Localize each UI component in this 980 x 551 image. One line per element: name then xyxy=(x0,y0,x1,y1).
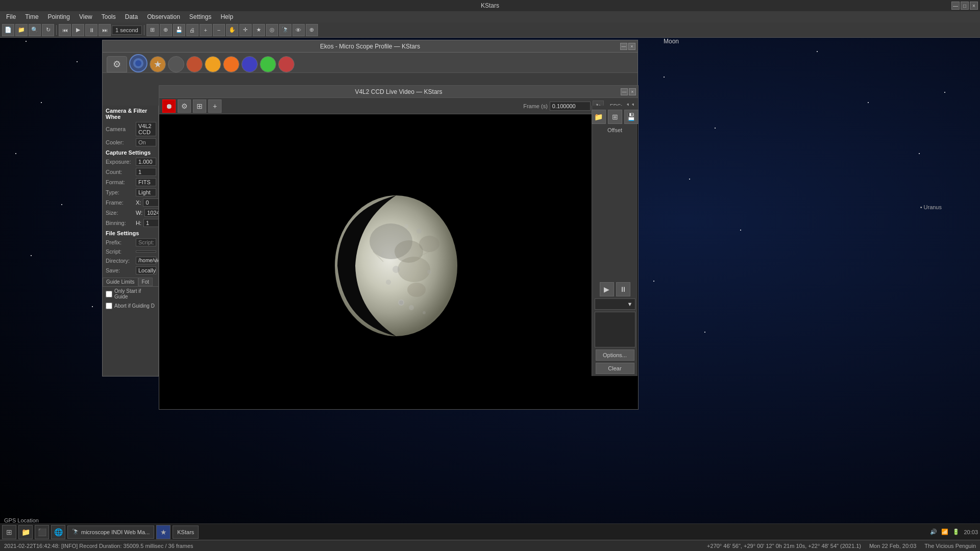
menu-settings[interactable]: Settings xyxy=(185,12,215,21)
cooler-value[interactable]: On xyxy=(136,138,156,146)
lv-add-btn[interactable]: + xyxy=(208,99,222,113)
frame-x-value[interactable]: 0 xyxy=(143,198,159,207)
format-value[interactable]: FITS xyxy=(136,178,156,186)
system-tray-time: 20:03 xyxy=(964,529,978,535)
abort-guiding-checkbox[interactable] xyxy=(106,303,112,309)
right-grid-btn[interactable]: ⊞ xyxy=(608,110,622,124)
taskbar-terminal-btn[interactable]: ⬛ xyxy=(35,525,49,539)
ekos-tab-camera[interactable] xyxy=(129,54,148,72)
toolbar-time-fwd-btn[interactable]: ⏭ xyxy=(99,24,111,36)
ekos-tab-4[interactable] xyxy=(168,56,184,72)
toolbar-play-btn[interactable]: ▶ xyxy=(72,24,84,36)
frame-label: Frame: xyxy=(106,199,134,206)
toolbar-grid-btn[interactable]: ⊞ xyxy=(146,24,159,36)
close-button[interactable]: × xyxy=(970,2,978,10)
toolbar-pause-btn[interactable]: ⏸ xyxy=(85,24,97,36)
toolbar-zoom-in-btn[interactable]: + xyxy=(200,24,212,36)
star xyxy=(944,92,945,93)
subtab-guide-limits[interactable]: Guide Limits xyxy=(103,278,138,286)
toolbar-refresh-btn[interactable]: ↻ xyxy=(42,24,54,36)
taskbar-app-indi[interactable]: 🔭 microscope INDI Web Ma... xyxy=(67,525,154,539)
subtab-fot[interactable]: Fot xyxy=(138,278,153,286)
ekos-tab-7[interactable] xyxy=(223,56,239,72)
taskbar-right: 🔊 📶 🔋 20:03 xyxy=(930,529,978,535)
toolbar-eye-btn[interactable]: 👁 xyxy=(292,24,305,36)
right-folder-btn[interactable]: 📁 xyxy=(592,110,606,124)
ekos-tab-tools[interactable]: ⚙ xyxy=(107,56,127,72)
size-w-value[interactable]: 1024 xyxy=(144,209,159,217)
dropdown-area[interactable]: ▼ xyxy=(595,298,635,310)
minimize-button[interactable]: — xyxy=(951,2,960,10)
lv-settings-btn[interactable]: ⚙ xyxy=(178,99,191,113)
clear-button[interactable]: Clear xyxy=(596,363,634,374)
ekos-tab-8[interactable] xyxy=(241,56,258,72)
taskbar-browser-btn[interactable]: 🌐 xyxy=(51,525,65,539)
only-start-checkbox[interactable] xyxy=(106,291,112,297)
binning-h-value[interactable]: 1 xyxy=(143,219,159,227)
frame-input[interactable] xyxy=(550,102,591,111)
toolbar-save-btn[interactable]: 💾 xyxy=(173,24,185,36)
lv-layout-btn[interactable]: ⊞ xyxy=(193,99,206,113)
toolbar-star-btn[interactable]: ★ xyxy=(253,24,265,36)
constellation-text: The Vicious Penguin xyxy=(924,543,976,549)
ekos-tab-6[interactable] xyxy=(205,56,221,72)
offset-label: Offset xyxy=(607,127,622,133)
menu-data[interactable]: Data xyxy=(121,12,142,21)
toolbar-hand-btn[interactable]: ✋ xyxy=(226,24,238,36)
toolbar-print-btn[interactable]: 🖨 xyxy=(186,24,199,36)
size-row: Size: W: 1024 xyxy=(103,208,158,218)
toolbar-open-btn[interactable]: 📁 xyxy=(15,24,28,36)
prefix-value[interactable]: Script: xyxy=(136,238,156,246)
directory-value[interactable]: /home/vic xyxy=(136,257,156,264)
script-value[interactable] xyxy=(136,251,156,253)
taskbar-files-btn[interactable]: 📁 xyxy=(18,525,33,539)
star xyxy=(868,102,869,103)
toolbar-time-back-btn[interactable]: ⏮ xyxy=(59,24,71,36)
network-icon: 📶 xyxy=(941,529,948,535)
ekos-tab-9[interactable] xyxy=(260,56,276,72)
toolbar-center-btn[interactable]: ⊕ xyxy=(160,24,172,36)
star xyxy=(15,153,16,154)
toolbar-cross-btn[interactable]: ✛ xyxy=(239,24,252,36)
menu-pointing[interactable]: Pointing xyxy=(44,12,74,21)
ekos-tab-3[interactable]: ★ xyxy=(150,56,166,72)
menu-file[interactable]: File xyxy=(2,12,20,21)
lv-minimize-btn[interactable]: — xyxy=(621,88,628,95)
taskbar-start-btn[interactable]: ⊞ xyxy=(2,525,16,539)
pause-button[interactable]: ⏸ xyxy=(616,282,630,296)
status-bar: 2021-02-22T16:42:48: [INFO] Record Durat… xyxy=(0,540,980,551)
toolbar-target-btn[interactable]: ⊕ xyxy=(306,24,318,36)
menu-observation[interactable]: Observation xyxy=(143,12,184,21)
script-label: Script: xyxy=(106,248,134,255)
toolbar-search-btn[interactable]: 🔍 xyxy=(29,24,41,36)
toolbar-scope-btn[interactable]: 🔭 xyxy=(279,24,291,36)
toolbar-planet-btn[interactable]: ◎ xyxy=(266,24,278,36)
toolbar-new-btn[interactable]: 📄 xyxy=(2,24,14,36)
lv-close-btn[interactable]: × xyxy=(629,88,636,95)
menu-help[interactable]: Help xyxy=(216,12,237,21)
record-button[interactable]: ⏺ xyxy=(162,99,176,113)
options-button[interactable]: Options... xyxy=(596,349,634,361)
size-label: Size: xyxy=(106,210,134,216)
camera-value[interactable]: V4L2 CCD xyxy=(136,122,156,136)
menu-tools[interactable]: Tools xyxy=(97,12,120,21)
toolbar-zoom-out-btn[interactable]: − xyxy=(213,24,225,36)
taskbar-app-kstars[interactable]: KStars xyxy=(173,525,199,539)
right-save-btn[interactable]: 💾 xyxy=(624,110,639,124)
maximize-button[interactable]: □ xyxy=(961,2,969,10)
exposure-value[interactable]: 1.000 xyxy=(136,158,156,166)
play-button[interactable]: ▶ xyxy=(600,282,614,296)
ekos-tab-5[interactable] xyxy=(186,56,203,72)
taskbar-kstars-icon[interactable]: ★ xyxy=(156,525,170,539)
ekos-tab-10[interactable] xyxy=(278,56,295,72)
menu-view[interactable]: View xyxy=(75,12,96,21)
ekos-close-btn[interactable]: × xyxy=(628,43,635,50)
save-value[interactable]: Locally xyxy=(136,266,156,274)
cooler-label: Cooler: xyxy=(106,139,134,145)
svg-point-1 xyxy=(135,60,141,66)
ekos-minimize-btn[interactable]: — xyxy=(620,43,627,50)
menu-time[interactable]: Time xyxy=(21,12,42,21)
type-value[interactable]: Light xyxy=(136,188,156,196)
svg-point-8 xyxy=(407,283,426,297)
count-value[interactable]: 1 xyxy=(136,168,156,176)
